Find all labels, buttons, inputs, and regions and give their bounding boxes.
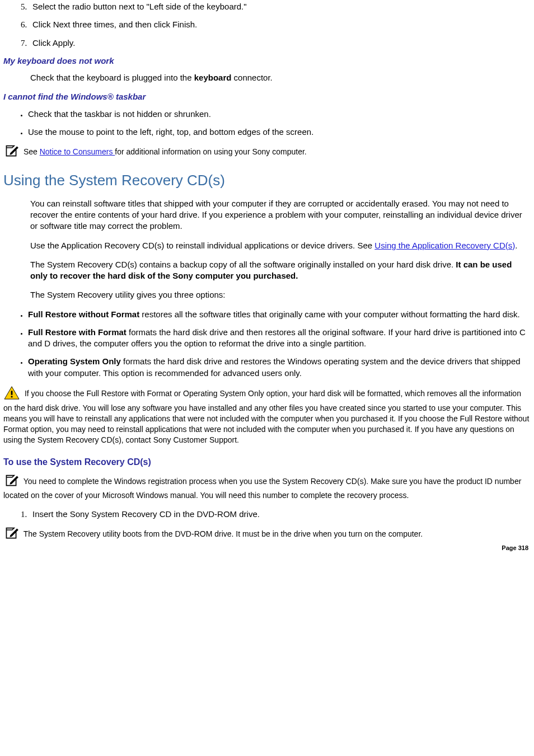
consumer-notice-note: See Notice to Consumers for additional i… [3, 144, 531, 161]
registration-note: You need to complete the Windows registr… [3, 474, 531, 501]
page-number: Page 318 [502, 544, 528, 545]
format-warning: If you choose the Full Restore with Form… [3, 386, 531, 445]
warning-triangle-icon [3, 386, 20, 403]
taskbar-bullet-1: Check that the taskbar is not hidden or … [28, 109, 531, 120]
keyboard-not-work-heading: My keyboard does not work [3, 55, 531, 67]
recovery-steps-list: Insert the Sony System Recovery CD in th… [3, 509, 531, 520]
system-recovery-title: Using the System Recovery CD(s) [3, 171, 531, 190]
taskbar-bullets: Check that the taskbar is not hidden or … [3, 109, 531, 138]
recovery-options-list: Full Restore without Format restores all… [3, 309, 531, 379]
taskbar-heading: I cannot find the Windows® taskbar [3, 91, 531, 102]
recovery-step-1: Insert the Sony System Recovery CD in th… [29, 509, 531, 520]
pencil-note-icon [3, 144, 19, 161]
option-full-restore-noformat: Full Restore without Format restores all… [28, 309, 531, 320]
pencil-note-icon [3, 474, 19, 490]
recovery-p1: You can reinstall software titles that s… [30, 198, 531, 232]
recovery-p2: Use the Application Recovery CD(s) to re… [30, 240, 531, 251]
pencil-note-icon [3, 527, 19, 543]
option-full-restore-format: Full Restore with Format formats the har… [28, 327, 531, 350]
notice-to-consumers-link[interactable]: Notice to Consumers [40, 147, 115, 156]
option-os-only: Operating System Only formats the hard d… [28, 356, 531, 379]
recovery-p3: The System Recovery CD(s) contains a bac… [30, 259, 531, 282]
step-5: Select the radio button next to "Left si… [29, 1, 531, 12]
step-7: Click Apply. [29, 37, 531, 49]
to-use-recovery-heading: To use the System Recovery CD(s) [3, 456, 531, 468]
top-steps-list: Select the radio button next to "Left si… [3, 1, 531, 49]
keyboard-check-text: Check that the keyboard is plugged into … [30, 72, 531, 83]
taskbar-bullet-2: Use the mouse to point to the left, righ… [28, 126, 531, 138]
boot-note: The System Recovery utility boots from t… [3, 527, 531, 543]
step-6: Click Next three times, and then click F… [29, 19, 531, 30]
recovery-p4: The System Recovery utility gives you th… [30, 289, 531, 300]
app-recovery-link[interactable]: Using the Application Recovery CD(s) [374, 241, 515, 250]
